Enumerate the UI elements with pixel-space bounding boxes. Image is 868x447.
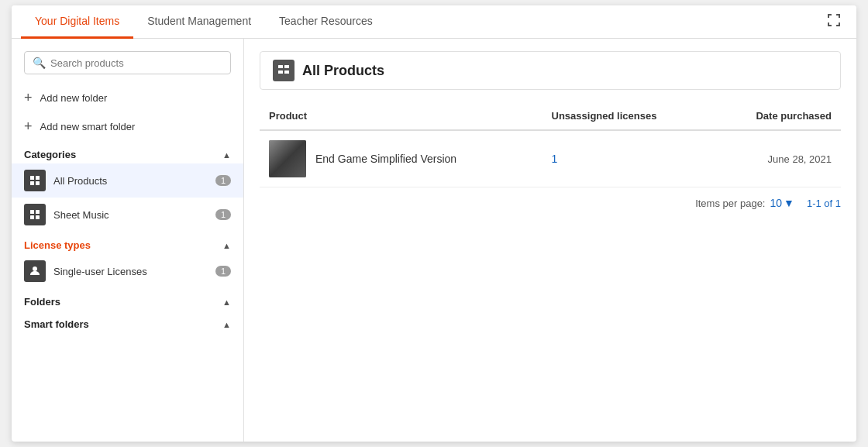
svg-rect-14 <box>30 215 34 219</box>
folders-section-header[interactable]: Folders ▲ <box>12 288 243 311</box>
col-product: Product <box>260 102 542 130</box>
svg-rect-13 <box>36 210 40 214</box>
license-types-label: License types <box>24 239 91 251</box>
single-user-licenses-label: Single-user Licenses <box>53 266 215 277</box>
svg-point-16 <box>33 266 37 271</box>
product-thumbnail <box>269 140 306 177</box>
items-per-page: Items per page: 10 ▼ <box>695 197 794 209</box>
single-user-licenses-icon <box>24 260 46 282</box>
sidebar-item-single-user-licenses[interactable]: Single-user Licenses 1 <box>12 254 243 288</box>
tab-student-management[interactable]: Student Management <box>133 5 265 39</box>
search-input[interactable] <box>50 57 222 69</box>
folders-chevron: ▲ <box>222 297 231 307</box>
search-icon: 🔍 <box>33 57 46 69</box>
fullscreen-button[interactable] <box>821 7 847 37</box>
svg-rect-10 <box>30 181 34 185</box>
all-products-icon <box>24 170 46 191</box>
svg-rect-15 <box>36 215 40 219</box>
svg-rect-12 <box>30 210 34 214</box>
page-info: 1-1 of 1 <box>807 198 841 209</box>
product-name[interactable]: End Game Simplified Version <box>315 153 456 165</box>
pagination-bar: Items per page: 10 ▼ 1-1 of 1 <box>260 187 841 212</box>
svg-rect-17 <box>278 65 283 68</box>
sheet-music-label: Sheet Music <box>53 209 215 221</box>
content-area: All Products Product Unsassigned license… <box>244 39 856 442</box>
tab-teacher-resources[interactable]: Teacher Resources <box>265 5 387 39</box>
products-table: Product Unsassigned licenses Date purcha… <box>260 102 841 187</box>
license-types-chevron: ▲ <box>222 241 231 250</box>
add-smart-folder-icon: + <box>24 119 33 135</box>
license-count: 1 <box>552 153 558 165</box>
thumb-art <box>269 140 306 177</box>
items-per-page-label: Items per page: <box>695 198 765 209</box>
svg-rect-20 <box>284 70 289 74</box>
col-date: Date purchased <box>711 102 841 130</box>
date-text: June 28, 2021 <box>768 153 832 165</box>
section-title: All Products <box>302 63 384 79</box>
categories-section-header[interactable]: Categories ▲ <box>12 141 243 163</box>
per-page-chevron: ▼ <box>784 197 794 209</box>
all-products-label: All Products <box>53 175 215 187</box>
col-licenses: Unsassigned licenses <box>542 102 712 130</box>
svg-rect-7 <box>839 22 840 26</box>
add-folder-button[interactable]: + Add new folder <box>12 84 243 112</box>
date-cell: June 28, 2021 <box>711 130 841 187</box>
svg-rect-18 <box>284 65 289 68</box>
sheet-music-icon <box>24 204 46 225</box>
search-box[interactable]: 🔍 <box>24 51 231 74</box>
license-types-section-header[interactable]: License types ▲ <box>12 232 243 254</box>
main-layout: 🔍 + Add new folder + Add new smart folde… <box>12 39 856 442</box>
per-page-select[interactable]: 10 ▼ <box>770 197 794 209</box>
svg-rect-1 <box>828 14 829 18</box>
section-title-bar: All Products <box>260 51 841 90</box>
svg-rect-5 <box>828 22 829 26</box>
product-cell-inner: End Game Simplified Version <box>269 140 533 177</box>
tab-digital-items[interactable]: Your Digital Items <box>21 5 133 39</box>
table-row: End Game Simplified Version 1 June 28, 2… <box>260 130 841 187</box>
sidebar-item-all-products[interactable]: All Products 1 <box>12 163 243 198</box>
single-user-licenses-badge: 1 <box>215 266 231 277</box>
app-container: Your Digital Items Student Management Te… <box>12 5 856 442</box>
add-smart-folder-label: Add new smart folder <box>40 121 136 132</box>
per-page-value: 10 <box>770 197 782 209</box>
add-folder-label: Add new folder <box>40 92 108 104</box>
all-products-badge: 1 <box>215 175 231 186</box>
svg-rect-8 <box>30 176 34 180</box>
folders-label: Folders <box>24 296 60 308</box>
tab-bar: Your Digital Items Student Management Te… <box>12 5 856 39</box>
sheet-music-badge: 1 <box>215 209 231 220</box>
svg-rect-19 <box>278 70 283 74</box>
svg-rect-3 <box>839 14 840 18</box>
product-cell: End Game Simplified Version <box>260 130 542 187</box>
add-smart-folder-button[interactable]: + Add new smart folder <box>12 112 243 141</box>
svg-rect-9 <box>36 176 40 180</box>
categories-label: Categories <box>24 149 76 160</box>
categories-chevron: ▲ <box>222 150 231 160</box>
add-folder-icon: + <box>24 90 33 106</box>
smart-folders-chevron: ▲ <box>222 320 231 329</box>
svg-rect-11 <box>36 181 40 185</box>
sidebar-item-sheet-music[interactable]: Sheet Music 1 <box>12 198 243 232</box>
section-folder-icon <box>273 60 294 81</box>
sidebar: 🔍 + Add new folder + Add new smart folde… <box>12 39 244 442</box>
smart-folders-label: Smart folders <box>24 318 89 330</box>
license-count-cell: 1 <box>542 130 712 187</box>
smart-folders-section-header[interactable]: Smart folders ▲ <box>12 311 243 333</box>
